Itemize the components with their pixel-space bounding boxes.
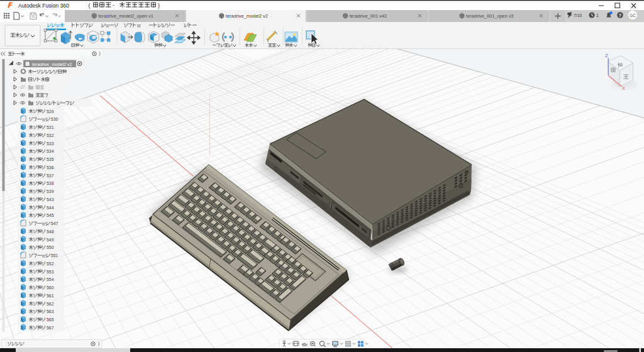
svg-text:teradrive_model2 v2: teradrive_model2 v2	[226, 13, 268, 19]
svg-text:1: 1	[596, 13, 599, 18]
svg-text:550: 550	[47, 245, 54, 250]
svg-text:543: 543	[47, 197, 54, 202]
svg-text:562: 562	[47, 302, 54, 306]
svg-text:548: 548	[47, 229, 54, 234]
svg-text:551: 551	[51, 253, 58, 258]
svg-text:560: 560	[47, 285, 54, 290]
svg-text:552: 552	[47, 261, 54, 266]
svg-text:teradrive_001 v43: teradrive_001 v43	[350, 13, 387, 19]
svg-text:545: 545	[47, 213, 54, 217]
svg-text:529: 529	[47, 109, 54, 114]
svg-text:534: 534	[47, 149, 54, 153]
svg-text:536: 536	[47, 165, 54, 170]
svg-text:535: 535	[47, 157, 54, 162]
svg-text:544: 544	[47, 206, 54, 210]
svg-text:teradrive_model2 v2: teradrive_model2 v2	[32, 62, 72, 67]
svg-text:531: 531	[47, 125, 54, 129]
svg-text:538: 538	[47, 181, 54, 185]
svg-text:533: 533	[47, 141, 54, 146]
svg-text:532: 532	[47, 133, 54, 138]
svg-text:): )	[158, 3, 160, 9]
svg-text:563: 563	[47, 309, 54, 314]
svg-text:553: 553	[47, 270, 54, 274]
svg-text:567: 567	[47, 326, 54, 330]
svg-text:554: 554	[47, 277, 54, 282]
svg-text:561: 561	[47, 294, 54, 298]
svg-text:teradrive_001_open v3: teradrive_001_open v3	[466, 13, 514, 19]
svg-text:GC: GC	[630, 13, 636, 18]
svg-text:-: -	[113, 2, 114, 8]
svg-text:teradrive_model2_open v1: teradrive_model2_open v1	[98, 13, 153, 19]
svg-text:X: X	[622, 85, 625, 91]
svg-text:539: 539	[47, 189, 54, 194]
svg-text:Autodesk Fusion 360: Autodesk Fusion 360	[18, 3, 69, 9]
svg-text:549: 549	[47, 238, 54, 242]
svg-text:Z: Z	[605, 53, 608, 58]
svg-text:(: (	[89, 3, 91, 9]
svg-text:530: 530	[51, 117, 58, 121]
svg-text:547: 547	[51, 221, 58, 226]
svg-text:565: 565	[47, 317, 54, 322]
svg-text:?: ?	[619, 13, 621, 18]
svg-text:537: 537	[47, 173, 54, 178]
svg-text:7/10: 7/10	[574, 13, 582, 18]
